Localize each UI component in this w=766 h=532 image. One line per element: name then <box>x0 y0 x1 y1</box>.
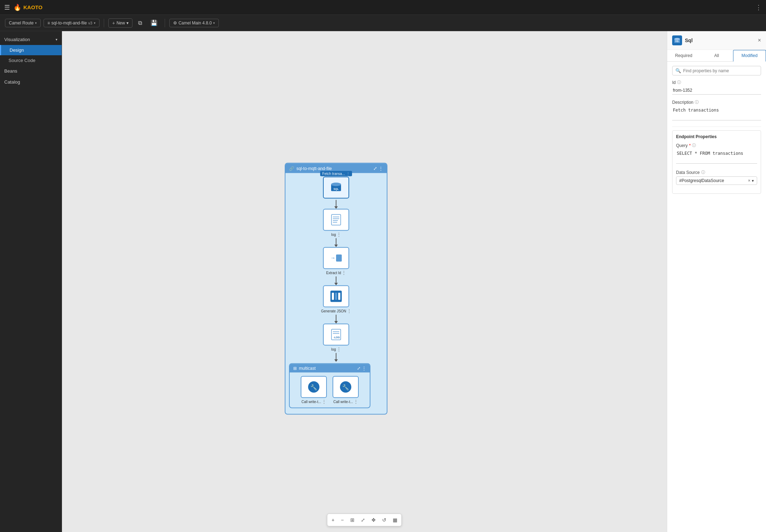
json-node-box[interactable] <box>323 285 349 307</box>
datasource-value: #PostgresqlDataSource <box>679 178 747 183</box>
datasource-clear-btn[interactable]: × <box>748 178 750 183</box>
sidebar-item-design[interactable]: Design <box>0 45 62 55</box>
callwrite1-node[interactable]: 🔧 Call write-t... ⋮ <box>301 376 327 404</box>
log1-node[interactable]: log ⋮ <box>289 209 383 237</box>
log2-node[interactable]: -LOG log ⋮ <box>289 324 383 352</box>
move-btn[interactable]: ✥ <box>369 515 379 525</box>
extract-label-row: Extract Id ⋮ <box>326 270 346 275</box>
menu-icon[interactable]: ☰ <box>4 4 10 11</box>
callwrite2-box[interactable]: 🔧 <box>333 376 359 398</box>
log2-icon: -LOG <box>331 329 341 341</box>
connector-1 <box>336 200 336 206</box>
route-expand-btn[interactable]: ⤢ <box>373 166 377 171</box>
description-input[interactable]: Fetch transactions <box>672 106 761 120</box>
property-search-input[interactable] <box>683 68 758 73</box>
connector-3 <box>336 277 336 283</box>
file-caret: ▾ <box>94 21 96 25</box>
datasource-label-text: Data Source <box>676 170 700 175</box>
route-menu-btn[interactable]: ⋮ <box>379 166 383 171</box>
multicast-nodes: 🔧 Call write-t... ⋮ <box>293 376 366 404</box>
tab-all[interactable]: All <box>700 50 733 61</box>
svg-rect-11 <box>332 293 334 300</box>
extract-icon: → <box>330 253 342 263</box>
fetch-node[interactable]: Fetch transa... ⋮ SQL <box>289 177 383 199</box>
topbar-menu-icon[interactable]: ⋮ <box>755 4 762 11</box>
file-dropdown[interactable]: ≡ sql-to-mqtt-and-file v3 ▾ <box>44 19 100 27</box>
extract-menu-btn[interactable]: ⋮ <box>342 270 346 275</box>
connector-4 <box>336 315 336 321</box>
logo-text: KAOTO <box>23 4 42 10</box>
query-input[interactable]: SELECT * FROM transactions <box>676 149 757 164</box>
arrow-1 <box>334 206 338 209</box>
extract-node-box[interactable]: → <box>323 247 349 269</box>
toolbar-sep-2 <box>165 19 165 27</box>
datasource-dropdown-btn[interactable]: ▾ <box>752 179 754 183</box>
multicast-box: ⊞ multicast ⤢ ⋮ � <box>289 363 370 408</box>
logo-flame-icon: 🔥 <box>13 4 21 11</box>
multicast-name: multicast <box>299 366 316 371</box>
json-menu-btn[interactable]: ⋮ <box>347 309 351 313</box>
sidebar-catalog-section[interactable]: Catalog <box>0 77 62 87</box>
fetch-selected-header: Fetch transa... ⋮ <box>320 171 352 176</box>
zoom-in-btn[interactable]: + <box>329 515 337 525</box>
id-info-icon: ⓘ <box>677 80 681 85</box>
sidebar-design-label: Design <box>10 47 24 53</box>
right-panel-title-text: Sql <box>685 38 693 43</box>
arrow-4 <box>334 321 338 324</box>
json-node[interactable]: Generate JSON ⋮ <box>289 285 383 313</box>
sidebar-beans-section[interactable]: Beans <box>0 66 62 77</box>
copy-button[interactable]: ⧉ <box>135 18 145 28</box>
sidebar-visualization-caret: ▾ <box>56 38 57 41</box>
svg-rect-3 <box>331 215 341 225</box>
id-field: Id ⓘ <box>672 80 761 95</box>
topbar: ☰ 🔥 KAOTO ⋮ <box>0 0 766 15</box>
log2-menu-btn[interactable]: ⋮ <box>337 347 341 352</box>
canvas[interactable]: 🔗 sql-to-mqtt-and-file ⤢ ⋮ Fetch transa.… <box>62 31 667 532</box>
callwrite1-menu-btn[interactable]: ⋮ <box>322 399 326 404</box>
reset-btn[interactable]: ↺ <box>379 515 389 525</box>
zoom-out-btn[interactable]: − <box>338 515 347 525</box>
camel-route-label: Camel Route <box>9 21 34 26</box>
expand-canvas-btn[interactable]: ⤢ <box>358 515 368 525</box>
callwrite1-label: Call write-t... <box>301 400 321 403</box>
log1-node-box[interactable] <box>323 209 349 231</box>
camel-route-caret: ▾ <box>35 21 37 25</box>
property-search[interactable]: 🔍 <box>672 66 761 75</box>
sidebar-beans-label: Beans <box>4 68 17 74</box>
multicast-expand-btn[interactable]: ⤢ <box>357 366 361 371</box>
tab-modified[interactable]: Modified <box>733 50 766 62</box>
extract-node[interactable]: → Extract Id ⋮ <box>289 247 383 275</box>
tab-required[interactable]: Required <box>667 50 700 61</box>
save-button[interactable]: 💾 <box>148 18 160 28</box>
camel-version-label: Camel Main 4.8.0 <box>178 21 212 26</box>
fetch-header-menu[interactable]: ⋮ <box>346 172 350 176</box>
callwrite2-menu-btn[interactable]: ⋮ <box>354 399 358 404</box>
fit-btn[interactable]: ⊞ <box>347 515 357 525</box>
tab-required-label: Required <box>675 53 692 58</box>
sidebar-visualization-section[interactable]: Visualization ▾ <box>0 34 62 45</box>
callwrite1-box[interactable]: 🔧 <box>301 376 327 398</box>
log2-node-box[interactable]: -LOG <box>323 324 349 346</box>
new-button[interactable]: + New ▾ <box>108 18 132 28</box>
fetch-node-box[interactable]: Fetch transa... ⋮ SQL <box>323 177 349 199</box>
callwrite2-node[interactable]: 🔧 Call write-t... ⋮ <box>333 376 359 404</box>
multicast-menu-btn[interactable]: ⋮ <box>362 366 366 371</box>
camel-route-dropdown[interactable]: Camel Route ▾ <box>5 19 41 27</box>
log2-label: log <box>331 347 336 351</box>
plus-icon: + <box>112 20 115 26</box>
route-box: 🔗 sql-to-mqtt-and-file ⤢ ⋮ Fetch transa.… <box>285 163 387 415</box>
endpoint-title: Endpoint Properties <box>676 134 757 139</box>
svg-rect-13 <box>338 293 340 300</box>
log1-menu-btn[interactable]: ⋮ <box>337 232 341 237</box>
query-label-text: Query <box>676 143 688 148</box>
right-panel-close-btn[interactable]: × <box>758 37 761 44</box>
layout-btn[interactable]: ▦ <box>390 515 400 525</box>
id-input[interactable] <box>672 86 761 95</box>
svg-text:→: → <box>330 255 335 261</box>
camel-version-dropdown[interactable]: ⚙ Camel Main 4.8.0 ▾ <box>169 19 219 27</box>
sidebar-item-source-code[interactable]: Source Code <box>0 55 62 66</box>
sql-icon: SQL <box>330 181 342 194</box>
description-info-icon: ⓘ <box>695 100 699 105</box>
query-required-indicator: * <box>689 143 691 148</box>
canvas-toolbar: + − ⊞ ⤢ ✥ ↺ ▦ <box>327 514 402 526</box>
